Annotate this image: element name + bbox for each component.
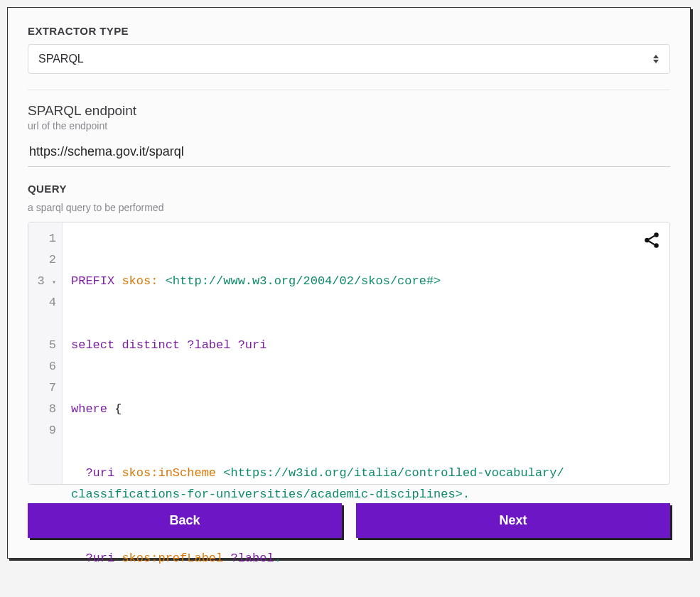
config-panel: EXTRACTOR TYPE SPARQL SPARQL endpoint ur… xyxy=(7,7,691,559)
divider xyxy=(28,90,670,90)
endpoint-label: SPARQL endpoint xyxy=(28,103,670,119)
fold-icon[interactable]: ▾ xyxy=(52,279,56,286)
query-help: a sparql query to be performed xyxy=(28,202,670,213)
query-editor[interactable]: 1 2 3 ▾ 4 5 6 7 8 9 PREFIX skos: <http:/… xyxy=(28,222,670,485)
svg-point-1 xyxy=(645,238,650,243)
chevron-sort-icon xyxy=(652,54,659,64)
editor-gutter: 1 2 3 ▾ 4 5 6 7 8 9 xyxy=(28,222,63,484)
extractor-type-value: SPARQL xyxy=(38,53,84,65)
svg-point-0 xyxy=(654,232,659,237)
extractor-type-select[interactable]: SPARQL xyxy=(28,44,670,74)
editor-code[interactable]: PREFIX skos: <http://www.w3.org/2004/02/… xyxy=(63,222,573,484)
endpoint-input[interactable] xyxy=(28,140,670,167)
extractor-type-label: EXTRACTOR TYPE xyxy=(28,25,670,37)
svg-point-2 xyxy=(654,243,659,248)
endpoint-help: url of the endpoint xyxy=(28,120,670,131)
share-icon[interactable] xyxy=(642,231,661,257)
query-label: QUERY xyxy=(28,183,670,195)
